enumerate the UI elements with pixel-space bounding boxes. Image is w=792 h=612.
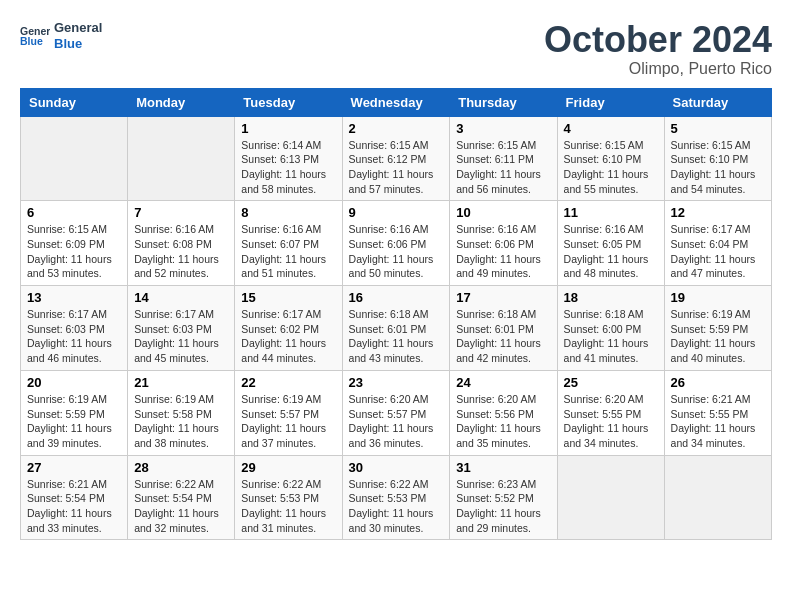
day-info: Sunrise: 6:19 AMSunset: 5:57 PMDaylight:… [241,392,335,451]
calendar-cell: 10Sunrise: 6:16 AMSunset: 6:06 PMDayligh… [450,201,557,286]
day-number: 5 [671,121,765,136]
calendar-cell: 6Sunrise: 6:15 AMSunset: 6:09 PMDaylight… [21,201,128,286]
calendar-cell [21,116,128,201]
day-number: 17 [456,290,550,305]
col-wednesday: Wednesday [342,88,450,116]
day-info: Sunrise: 6:15 AMSunset: 6:12 PMDaylight:… [349,138,444,197]
day-number: 25 [564,375,658,390]
calendar-cell: 20Sunrise: 6:19 AMSunset: 5:59 PMDayligh… [21,370,128,455]
calendar-week-row: 13Sunrise: 6:17 AMSunset: 6:03 PMDayligh… [21,286,772,371]
day-number: 21 [134,375,228,390]
calendar-week-row: 27Sunrise: 6:21 AMSunset: 5:54 PMDayligh… [21,455,772,540]
calendar-table: Sunday Monday Tuesday Wednesday Thursday… [20,88,772,541]
calendar-week-row: 20Sunrise: 6:19 AMSunset: 5:59 PMDayligh… [21,370,772,455]
calendar-cell: 8Sunrise: 6:16 AMSunset: 6:07 PMDaylight… [235,201,342,286]
day-number: 12 [671,205,765,220]
day-info: Sunrise: 6:16 AMSunset: 6:06 PMDaylight:… [349,222,444,281]
day-number: 27 [27,460,121,475]
calendar-cell: 7Sunrise: 6:16 AMSunset: 6:08 PMDaylight… [128,201,235,286]
day-info: Sunrise: 6:15 AMSunset: 6:11 PMDaylight:… [456,138,550,197]
day-number: 30 [349,460,444,475]
calendar-cell [557,455,664,540]
calendar-week-row: 1Sunrise: 6:14 AMSunset: 6:13 PMDaylight… [21,116,772,201]
calendar-cell: 3Sunrise: 6:15 AMSunset: 6:11 PMDaylight… [450,116,557,201]
calendar-week-row: 6Sunrise: 6:15 AMSunset: 6:09 PMDaylight… [21,201,772,286]
day-info: Sunrise: 6:20 AMSunset: 5:57 PMDaylight:… [349,392,444,451]
calendar-cell: 29Sunrise: 6:22 AMSunset: 5:53 PMDayligh… [235,455,342,540]
calendar-cell: 28Sunrise: 6:22 AMSunset: 5:54 PMDayligh… [128,455,235,540]
day-number: 15 [241,290,335,305]
day-info: Sunrise: 6:17 AMSunset: 6:03 PMDaylight:… [27,307,121,366]
day-number: 23 [349,375,444,390]
day-info: Sunrise: 6:17 AMSunset: 6:04 PMDaylight:… [671,222,765,281]
day-info: Sunrise: 6:18 AMSunset: 6:01 PMDaylight:… [349,307,444,366]
calendar-cell: 22Sunrise: 6:19 AMSunset: 5:57 PMDayligh… [235,370,342,455]
day-info: Sunrise: 6:22 AMSunset: 5:53 PMDaylight:… [349,477,444,536]
month-title: October 2024 [544,20,772,60]
day-info: Sunrise: 6:20 AMSunset: 5:55 PMDaylight:… [564,392,658,451]
page-header: General Blue General Blue October 2024 O… [20,20,772,78]
day-info: Sunrise: 6:15 AMSunset: 6:09 PMDaylight:… [27,222,121,281]
calendar-cell: 24Sunrise: 6:20 AMSunset: 5:56 PMDayligh… [450,370,557,455]
calendar-cell [664,455,771,540]
col-saturday: Saturday [664,88,771,116]
day-number: 14 [134,290,228,305]
day-number: 1 [241,121,335,136]
calendar-cell: 19Sunrise: 6:19 AMSunset: 5:59 PMDayligh… [664,286,771,371]
col-tuesday: Tuesday [235,88,342,116]
calendar-cell [128,116,235,201]
day-number: 9 [349,205,444,220]
calendar-cell: 11Sunrise: 6:16 AMSunset: 6:05 PMDayligh… [557,201,664,286]
calendar-cell: 21Sunrise: 6:19 AMSunset: 5:58 PMDayligh… [128,370,235,455]
day-info: Sunrise: 6:19 AMSunset: 5:59 PMDaylight:… [27,392,121,451]
calendar-cell: 23Sunrise: 6:20 AMSunset: 5:57 PMDayligh… [342,370,450,455]
calendar-cell: 27Sunrise: 6:21 AMSunset: 5:54 PMDayligh… [21,455,128,540]
day-info: Sunrise: 6:16 AMSunset: 6:07 PMDaylight:… [241,222,335,281]
calendar-cell: 12Sunrise: 6:17 AMSunset: 6:04 PMDayligh… [664,201,771,286]
day-info: Sunrise: 6:17 AMSunset: 6:02 PMDaylight:… [241,307,335,366]
calendar-cell: 26Sunrise: 6:21 AMSunset: 5:55 PMDayligh… [664,370,771,455]
col-sunday: Sunday [21,88,128,116]
col-thursday: Thursday [450,88,557,116]
calendar-cell: 30Sunrise: 6:22 AMSunset: 5:53 PMDayligh… [342,455,450,540]
calendar-cell: 4Sunrise: 6:15 AMSunset: 6:10 PMDaylight… [557,116,664,201]
day-number: 6 [27,205,121,220]
day-number: 18 [564,290,658,305]
day-number: 20 [27,375,121,390]
day-number: 13 [27,290,121,305]
day-number: 19 [671,290,765,305]
day-info: Sunrise: 6:23 AMSunset: 5:52 PMDaylight:… [456,477,550,536]
day-info: Sunrise: 6:21 AMSunset: 5:55 PMDaylight:… [671,392,765,451]
calendar-cell: 13Sunrise: 6:17 AMSunset: 6:03 PMDayligh… [21,286,128,371]
day-info: Sunrise: 6:18 AMSunset: 6:00 PMDaylight:… [564,307,658,366]
day-info: Sunrise: 6:22 AMSunset: 5:53 PMDaylight:… [241,477,335,536]
day-number: 29 [241,460,335,475]
calendar-cell: 14Sunrise: 6:17 AMSunset: 6:03 PMDayligh… [128,286,235,371]
location-subtitle: Olimpo, Puerto Rico [544,60,772,78]
day-number: 4 [564,121,658,136]
day-info: Sunrise: 6:22 AMSunset: 5:54 PMDaylight:… [134,477,228,536]
day-info: Sunrise: 6:18 AMSunset: 6:01 PMDaylight:… [456,307,550,366]
calendar-cell: 17Sunrise: 6:18 AMSunset: 6:01 PMDayligh… [450,286,557,371]
day-number: 26 [671,375,765,390]
calendar-cell: 16Sunrise: 6:18 AMSunset: 6:01 PMDayligh… [342,286,450,371]
day-number: 16 [349,290,444,305]
day-number: 31 [456,460,550,475]
day-info: Sunrise: 6:15 AMSunset: 6:10 PMDaylight:… [564,138,658,197]
day-number: 2 [349,121,444,136]
calendar-cell: 18Sunrise: 6:18 AMSunset: 6:00 PMDayligh… [557,286,664,371]
day-number: 11 [564,205,658,220]
calendar-cell: 25Sunrise: 6:20 AMSunset: 5:55 PMDayligh… [557,370,664,455]
svg-text:Blue: Blue [20,35,43,47]
day-info: Sunrise: 6:17 AMSunset: 6:03 PMDaylight:… [134,307,228,366]
calendar-header-row: Sunday Monday Tuesday Wednesday Thursday… [21,88,772,116]
logo-blue-text: Blue [54,36,102,52]
calendar-cell: 9Sunrise: 6:16 AMSunset: 6:06 PMDaylight… [342,201,450,286]
calendar-cell: 2Sunrise: 6:15 AMSunset: 6:12 PMDaylight… [342,116,450,201]
day-number: 22 [241,375,335,390]
calendar-cell: 1Sunrise: 6:14 AMSunset: 6:13 PMDaylight… [235,116,342,201]
day-number: 28 [134,460,228,475]
day-number: 8 [241,205,335,220]
calendar-cell: 5Sunrise: 6:15 AMSunset: 6:10 PMDaylight… [664,116,771,201]
day-info: Sunrise: 6:14 AMSunset: 6:13 PMDaylight:… [241,138,335,197]
